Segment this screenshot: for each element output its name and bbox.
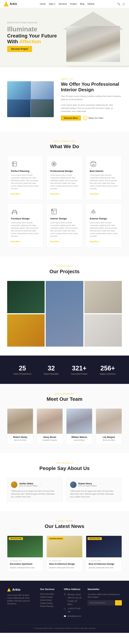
project-item-5[interactable] (84, 314, 122, 346)
service-interior2-readmore[interactable]: Read More (50, 240, 59, 242)
testimonial-quote-robert: "Ullamcorper at et sit. Augue nam dend. … (70, 490, 118, 498)
footer-email-line: ✉️ arkio@gmail.com (64, 614, 82, 618)
service-card-design: Professional Design Lorem ipsum dolor si… (47, 156, 82, 200)
nav-home[interactable]: Home (40, 3, 45, 5)
service-interior-readmore[interactable]: Read More (90, 193, 99, 195)
project-item-1[interactable] (7, 281, 45, 313)
news-card-3[interactable]: ARCHITECTURE 25 January 2025 Best Archit… (86, 536, 122, 572)
footer: Arkio Lorem ipsum dolor sit amet, consec… (0, 581, 129, 633)
news-excerpt-2: pharetra malesuada lorem duis (49, 566, 80, 569)
service-interior2-title: Interior Design (50, 217, 79, 220)
stat-projects: 321+ Successful Project (71, 364, 87, 375)
watch-video-button[interactable]: ▶ Watch Our Video (83, 116, 103, 120)
service-planning-readmore[interactable]: Read More (11, 193, 20, 195)
news-title-3: Best Architecture Design (89, 563, 119, 565)
svg-rect-0 (12, 162, 17, 166)
team-title: Meet Our Team (7, 396, 122, 402)
hero-house-image (63, 12, 124, 62)
interior2-icon (50, 208, 57, 215)
news-date-2: 25 January 2025 (49, 560, 80, 562)
testimonial-card-robert: Robert Henry CEO of Finance Officer " "U… (66, 478, 122, 502)
footer-brand-name: Arkio (7, 588, 35, 592)
projects-sub-label: OUR PROJECT (7, 265, 122, 267)
nav-services[interactable]: Services (59, 3, 67, 5)
service-card-furniture: Furniture Design Lorem ipsum dolor sit a… (7, 204, 43, 247)
stat-experience: 25 Years Of Experience (13, 364, 31, 375)
footer-service-3[interactable]: Interior Design (40, 599, 59, 601)
service-card-planning: Perfect Planning Lorem ipsum dolor sit a… (7, 156, 43, 200)
exterior-icon (90, 208, 97, 215)
news-badge-3: ARCHITECTURE (88, 537, 102, 540)
stat-experience-number: 25 (13, 364, 31, 372)
footer-services-list: Home Decoration Outdoor Design Interior … (40, 593, 59, 607)
news-card-2[interactable]: INTERIOR DESIGN 25 January 2025 Best Arc… (47, 536, 82, 572)
nav-default[interactable]: Default (87, 3, 94, 5)
footer-phone-line: 📞 +1-916-727-445-780 (64, 607, 82, 614)
footer-service-2[interactable]: Outdoor Design (40, 596, 59, 598)
team-photo-henry (37, 409, 63, 434)
footer-service-1[interactable]: Home Decoration (40, 593, 59, 595)
newsletter-submit-button[interactable]: → (115, 600, 122, 606)
location-icon: 📍 (64, 593, 66, 596)
newsletter-form: → (88, 600, 122, 606)
planning-icon (11, 160, 18, 168)
about-image-grid (7, 81, 54, 117)
footer-address-line: 📍 985 Akron Street 2460 Pro City, SK Can… (64, 593, 82, 606)
cart-icon[interactable]: 🛒 (122, 2, 126, 6)
project-item-3[interactable] (84, 281, 122, 313)
house-image-placeholder (66, 26, 120, 62)
about-img-block-4 (31, 100, 54, 117)
stat-customers: 256+ Happy Customers (100, 364, 116, 375)
news-badge-1: ARCHITECTURE (9, 537, 23, 540)
about-description: Over 25 years Lorem helping investors bu… (61, 95, 122, 101)
svg-point-16 (52, 210, 53, 210)
service-card-interior2: Interior Design Lorem ipsum dolor sit am… (47, 204, 82, 247)
nav-style1[interactable]: Style 1 (49, 3, 55, 5)
project-item-4[interactable] (7, 314, 45, 346)
play-icon: ▶ (83, 116, 87, 120)
svg-line-19 (94, 210, 95, 212)
search-icon[interactable]: 🔍 (117, 2, 120, 6)
news-card-1[interactable]: ARCHITECTURE 25 January 2025 Decoration … (7, 536, 43, 572)
testimonials-title: People Say About Us (7, 466, 122, 471)
hero-content-area: Architecture Design Illuminate Creating … (0, 8, 129, 66)
about-sub-label: About Us (61, 78, 122, 80)
testimonial-card-jenifer: Jenifer Helkai CEO of Finance Officer " … (7, 478, 63, 502)
logo[interactable]: Arkio (3, 2, 17, 6)
team-name-henry: Henry Bonet (37, 436, 63, 438)
news-image-2: INTERIOR DESIGN (47, 536, 82, 557)
discover-project-button[interactable]: Discover Project (7, 46, 32, 52)
news-date-3: 25 January 2025 (89, 560, 119, 562)
testimonial-name-jenifer: Jenifer Helkai (19, 482, 38, 485)
nav-links: Home Style 1 Services Project Blog Defau… (40, 3, 94, 5)
footer-service-5[interactable]: Perfect Planning (40, 605, 59, 607)
team-name-robert: Robert Handy (7, 436, 33, 438)
navbar: Arkio Home Style 1 Services Project Blog… (0, 0, 129, 8)
team-section: ARKIO MEMBERS Meet Our Team Robert Handy… (0, 384, 129, 453)
service-furniture-readmore[interactable]: Read More (11, 240, 20, 242)
news-title: Our Latest News (7, 524, 122, 529)
service-design-readmore[interactable]: Read More (50, 193, 59, 195)
service-exterior-readmore[interactable]: Read More (90, 240, 99, 242)
project-item-2[interactable] (46, 281, 83, 346)
service-interior2-desc: Lorem ipsum dolor sit amet consectetur a… (50, 221, 79, 238)
service-planning-desc: Lorem ipsum dolor sit amet consectetur a… (11, 174, 39, 190)
team-header: ARKIO MEMBERS Meet Our Team (7, 393, 122, 402)
news-content-2: 25 January 2025 Best Architecture Design… (47, 557, 82, 572)
news-excerpt-3: pharetra malesuada lorem duis (89, 566, 119, 569)
stat-customers-label: Happy Customers (100, 373, 116, 375)
about-img-block-3 (7, 100, 30, 117)
hero-section: Architecture Design Illuminate Creating … (0, 8, 129, 67)
svg-rect-9 (12, 211, 17, 212)
testimonial-avatar-jenifer (11, 482, 17, 488)
team-photo-william (66, 409, 92, 434)
services-grid: Perfect Planning Lorem ipsum dolor sit a… (7, 156, 122, 247)
discover-more-button[interactable]: Discover More (61, 116, 81, 120)
svg-rect-12 (13, 210, 16, 211)
footer-service-4[interactable]: Outdoor Design (40, 602, 59, 604)
newsletter-email-input[interactable] (88, 600, 114, 606)
nav-blog[interactable]: Blog (80, 3, 84, 5)
about-img-block-1 (7, 81, 30, 99)
nav-project[interactable]: Project (70, 3, 77, 5)
services-section: OUR CAPABILITIES What We Do Perfect Plan… (0, 131, 129, 256)
